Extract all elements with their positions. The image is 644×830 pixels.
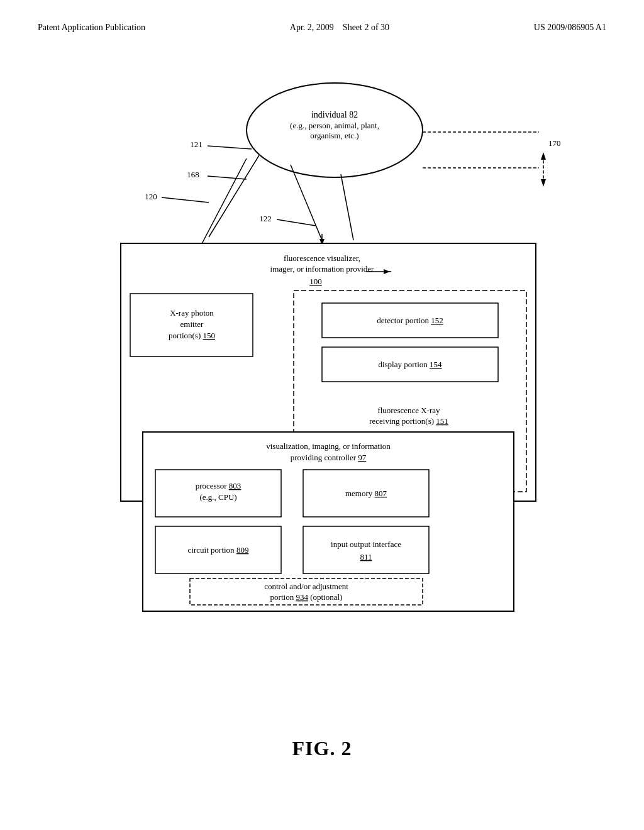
svg-text:visualization, imaging, or inf: visualization, imaging, or information	[266, 441, 391, 451]
svg-text:imager, or information provide: imager, or information provider	[270, 264, 374, 274]
svg-text:168: 168	[187, 170, 199, 179]
svg-text:(e.g., CPU): (e.g., CPU)	[199, 492, 236, 502]
svg-line-15	[162, 197, 209, 202]
svg-text:receiving portion(s) 151: receiving portion(s) 151	[369, 416, 448, 426]
svg-line-17	[277, 219, 316, 226]
svg-text:organism, etc.): organism, etc.)	[310, 131, 358, 140]
svg-text:display portion 154: display portion 154	[378, 360, 442, 369]
svg-line-5	[208, 146, 252, 149]
svg-text:120: 120	[145, 192, 157, 201]
svg-marker-9	[541, 179, 546, 187]
svg-text:121: 121	[190, 140, 203, 149]
svg-text:(e.g., person, animal, plant,: (e.g., person, animal, plant,	[290, 121, 379, 130]
header-right: US 2009/086905 A1	[534, 23, 606, 33]
patent-page: Patent Application Publication Apr. 2, 2…	[0, 0, 644, 830]
header-left: Patent Application Publication	[38, 23, 145, 33]
svg-text:811: 811	[360, 552, 372, 562]
svg-text:170: 170	[548, 138, 561, 148]
page-header: Patent Application Publication Apr. 2, 2…	[0, 0, 644, 39]
svg-text:detector portion 152: detector portion 152	[377, 316, 443, 325]
svg-text:emitter: emitter	[180, 319, 204, 329]
svg-point-0	[247, 83, 423, 177]
svg-text:input output interface: input output interface	[331, 540, 401, 549]
diagram-area: individual 82 (e.g., person, animal, pla…	[52, 58, 592, 718]
svg-text:providing controller 97: providing controller 97	[291, 453, 367, 462]
svg-text:control and/or adjustment: control and/or adjustment	[264, 582, 348, 591]
svg-text:portion(s) 150: portion(s) 150	[169, 331, 215, 340]
svg-text:fluorescence X-ray: fluorescence X-ray	[377, 406, 440, 415]
svg-rect-51	[303, 526, 429, 573]
svg-line-20	[341, 174, 353, 240]
svg-marker-8	[541, 152, 546, 160]
svg-text:processor 803: processor 803	[196, 481, 242, 490]
svg-text:fluorescence visualizer,: fluorescence visualizer,	[284, 253, 360, 263]
svg-text:portion 934 (optional): portion 934 (optional)	[270, 592, 343, 602]
svg-text:memory 807: memory 807	[345, 489, 387, 498]
diagram-svg: individual 82 (e.g., person, animal, pla…	[52, 58, 592, 718]
svg-text:122: 122	[259, 214, 272, 223]
svg-line-18	[209, 155, 259, 237]
figure-label: FIG. 2	[0, 737, 644, 760]
header-center: Apr. 2, 2009 Sheet 2 of 30	[290, 23, 389, 33]
svg-line-13	[208, 176, 247, 179]
svg-text:circuit portion 809: circuit portion 809	[188, 545, 249, 555]
svg-text:X-ray photon: X-ray photon	[170, 308, 214, 318]
svg-text:100: 100	[309, 277, 322, 286]
svg-text:individual 82: individual 82	[311, 110, 358, 119]
